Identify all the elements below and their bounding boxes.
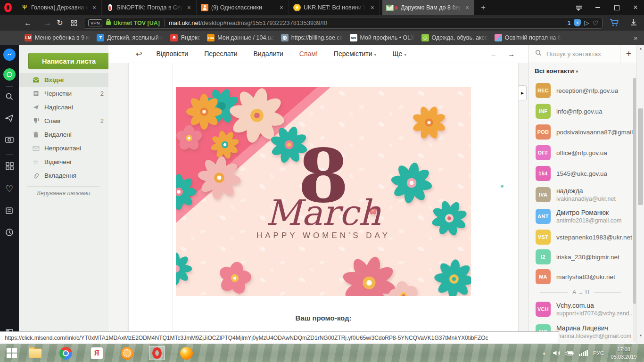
network-signal-icon[interactable] (579, 344, 588, 362)
start-button[interactable] (4, 346, 20, 360)
bookmark-item[interactable]: LM Меню ребенка в 9 м (25, 34, 90, 41)
sidebar-item-inbox[interactable]: Вхідні (19, 73, 108, 87)
close-icon[interactable]: × (369, 4, 376, 11)
url-field[interactable]: VPN Ukrnet TOV [UA] mail.ukr.net /deskto… (84, 17, 603, 29)
vpn-badge[interactable]: VPN (88, 19, 102, 26)
yandex-browser-button[interactable]: Я (89, 346, 105, 360)
forward-button[interactable]: Переслати (204, 50, 237, 58)
bookmark-item[interactable]: 104 Мои данные / 104.ua (207, 34, 274, 41)
close-icon[interactable]: × (186, 4, 192, 11)
promo-image-8-march[interactable]: 8 March HAPPY WOMEN'S DAY (176, 87, 471, 296)
panel-expander-button[interactable]: ▶ (519, 85, 527, 100)
whatsapp-icon[interactable] (0, 68, 19, 81)
scrollbar-thumb[interactable] (638, 108, 643, 205)
manage-folders-link[interactable]: Керування папками (19, 190, 108, 197)
bookmark-item[interactable]: ☺ Одежда, обувь, аксе (421, 34, 488, 41)
folder-count: 2 (100, 117, 104, 124)
contact-row[interactable]: VST vstepanenko1983@ukr.net (528, 227, 633, 247)
reply-button[interactable]: Відповісти (156, 50, 188, 58)
sidebar-item-unread[interactable]: Непрочитані (19, 141, 108, 155)
close-icon[interactable]: × (91, 4, 98, 11)
minimize-button[interactable] (588, 0, 607, 15)
contact-row[interactable]: IVA надежда ivakinanadiya@ukr.net (528, 184, 633, 206)
more-button[interactable]: Ще ▾ (392, 50, 406, 58)
move-button[interactable]: Перемістити ▾ (334, 50, 377, 58)
page-scrollbar[interactable]: ▲ ▼ (636, 45, 644, 344)
snapshot-camera-icon[interactable] (0, 135, 19, 144)
contact-row[interactable]: VCH Vchy.com.ua support+id7074@vchy.zend… (528, 298, 633, 320)
volume-icon[interactable] (553, 344, 561, 362)
messenger-icon[interactable] (0, 49, 19, 61)
sidebar-item-drafts[interactable]: Чернетки 2 (19, 87, 108, 100)
maximize-button[interactable] (607, 0, 626, 15)
bookmark-item[interactable]: olx Мой профиль • OLX (350, 34, 415, 41)
bookmarks-overflow-button[interactable]: » (634, 34, 637, 41)
sidebar-item-trash[interactable]: Видалені (19, 128, 108, 141)
bookmarks-heart-icon[interactable]: ♡ (0, 183, 19, 194)
back-to-list-icon[interactable]: ↩ (136, 49, 142, 58)
tab-ukrnet-news[interactable]: UKR.NET: Всі новини Укра × (289, 0, 380, 15)
bookmark-item[interactable]: Я Яндекс (170, 34, 200, 41)
contact-row[interactable]: INF info@nfp.gov.ua (528, 101, 633, 122)
contact-row[interactable]: I2 iriska_230@bigmir.net (528, 247, 633, 267)
firefox-button[interactable] (178, 346, 194, 360)
close-window-button[interactable]: × (626, 0, 644, 15)
orange-app-button[interactable] (119, 346, 135, 360)
language-indicator[interactable]: РУС (593, 344, 604, 362)
compose-button[interactable]: Написати листа (28, 53, 109, 69)
battery-icon[interactable] (565, 344, 574, 362)
history-clock-icon[interactable] (0, 228, 19, 237)
sidebar-item-sent[interactable]: Надіслані (19, 100, 108, 114)
file-explorer-button[interactable] (27, 346, 43, 360)
contact-row[interactable]: 154 1545@ukc.gov.ua (528, 163, 633, 184)
my-flow-icon[interactable]: ▷ (584, 19, 589, 26)
bookmark-item[interactable]: T Детский, ясельный и (97, 34, 164, 41)
contact-row[interactable]: ANT Дмитро Романюк antimfo2018@gmail.com (528, 206, 633, 227)
contacts-scrollbar[interactable] (633, 78, 636, 342)
clock[interactable]: 17:08 05.03.2019 (607, 346, 640, 361)
site-identity[interactable]: Ukrnet TOV [UA] (114, 20, 160, 26)
tray-hidden-icons-button[interactable]: ▲ (542, 344, 546, 362)
news-icon[interactable] (0, 206, 19, 215)
tab-menu-button[interactable] (570, 0, 588, 15)
contact-row[interactable]: OFF office@nfp.gov.ua (528, 142, 633, 163)
my-flow-icon[interactable] (0, 114, 19, 123)
reload-button[interactable]: ↻ (53, 15, 67, 31)
close-icon[interactable]: × (464, 4, 471, 11)
spam-button[interactable]: Спам! (299, 50, 318, 58)
tab-derzhavna[interactable]: Ψ Головна| Державна казна × (17, 0, 102, 15)
prev-message-button[interactable]: ← (490, 50, 497, 58)
sidebar-item-flagged[interactable]: ☆ Відмічені (19, 155, 108, 169)
shopping-cart-icon[interactable] (609, 17, 619, 30)
scroll-down-icon[interactable]: ▼ (637, 332, 644, 338)
bookmark-item[interactable]: ⊕ https://billing.soe.co (281, 34, 343, 41)
bookmark-item[interactable]: Освітній портал на б (495, 34, 561, 41)
speed-dial-grid-icon[interactable] (0, 162, 19, 171)
adblock-shield-icon[interactable]: × (574, 19, 581, 26)
close-icon[interactable]: × (278, 4, 285, 11)
opera-button-active[interactable] (149, 346, 165, 360)
tab-odnoklassniki[interactable]: (9) Одноклассники × (197, 0, 289, 15)
tab-sinoptik[interactable]: SINOPTIK: Погода в Сере × (102, 0, 197, 15)
search-icon[interactable] (0, 92, 19, 101)
new-tab-button[interactable]: + (481, 3, 486, 12)
contact-row[interactable]: MA marfysha83@ukr.net (528, 267, 633, 287)
bookmark-heart-icon[interactable]: ♡ (592, 19, 598, 27)
contact-row[interactable]: POD podsivalovaanna87@gmail... (528, 122, 633, 142)
delete-button[interactable]: Видалити (253, 50, 283, 58)
add-contact-button[interactable]: + (620, 45, 637, 63)
tab-mail-active[interactable]: Даруємо Вам до 8 бер × (382, 0, 474, 15)
scroll-up-icon[interactable]: ▲ (637, 45, 644, 51)
sidebar-item-spam[interactable]: Спам 2 (19, 114, 108, 128)
grid-icon (71, 20, 77, 26)
downloads-icon[interactable] (629, 17, 638, 29)
opera-menu-icon[interactable] (4, 3, 12, 12)
contacts-filter-dropdown[interactable]: Всі контакти ▾ (535, 67, 578, 74)
sidebar-item-attachments[interactable]: Вкладення (19, 169, 108, 182)
back-button[interactable]: ← (21, 15, 35, 31)
speed-dial-button[interactable] (67, 15, 81, 31)
contacts-search-input[interactable] (545, 50, 609, 58)
chrome-button[interactable] (58, 346, 74, 360)
contact-row[interactable]: REC reception@nfp.gov.ua (528, 80, 633, 101)
next-message-button[interactable]: → (508, 50, 515, 58)
